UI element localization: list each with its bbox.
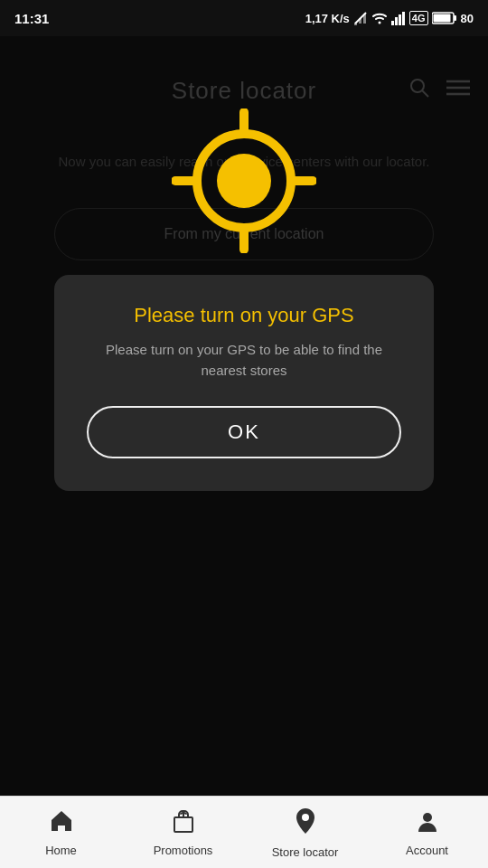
ok-button[interactable]: OK	[87, 406, 401, 458]
svg-rect-7	[399, 14, 401, 25]
svg-point-4	[378, 22, 380, 24]
nav-promotions-label: Promotions	[154, 844, 213, 857]
battery-level: 80	[461, 12, 474, 25]
svg-point-26	[423, 813, 432, 822]
svg-rect-1	[354, 23, 357, 25]
promotions-icon	[171, 808, 196, 840]
svg-rect-8	[402, 12, 405, 25]
status-bar: 11:31 1,17 K/s 4G 80	[0, 0, 488, 36]
nav-account-label: Account	[406, 844, 448, 857]
gps-icon	[172, 108, 316, 253]
nav-home[interactable]: Home	[0, 808, 122, 857]
svg-rect-2	[359, 18, 361, 24]
network-type: 4G	[409, 11, 428, 25]
nav-promotions[interactable]: Promotions	[122, 808, 244, 857]
modal-title: Please turn on your GPS	[134, 304, 353, 327]
bottom-nav: Home Promotions Store locator	[0, 796, 488, 868]
nav-home-label: Home	[45, 844, 77, 857]
account-icon	[415, 808, 440, 840]
svg-rect-10	[454, 15, 456, 21]
status-right: 1,17 K/s 4G 80	[305, 11, 474, 25]
modal-dialog: Please turn on your GPS Please turn on y…	[54, 275, 434, 491]
svg-point-18	[217, 154, 271, 208]
store-locator-icon	[293, 807, 318, 842]
svg-point-25	[302, 814, 309, 821]
svg-rect-11	[433, 14, 450, 23]
no-signal-icon	[353, 11, 368, 25]
signal-bars-icon	[391, 11, 406, 25]
svg-rect-23	[174, 817, 192, 832]
battery-icon	[432, 11, 457, 25]
home-icon	[49, 808, 74, 840]
svg-rect-5	[391, 21, 394, 25]
time: 11:31	[14, 11, 49, 26]
gps-icon-container	[172, 108, 316, 257]
nav-store-locator[interactable]: Store locator	[244, 807, 366, 859]
modal-subtitle: Please turn on your GPS to be able to fi…	[87, 340, 401, 381]
nav-store-locator-label: Store locator	[272, 845, 339, 859]
svg-rect-6	[395, 17, 398, 25]
wifi-icon	[371, 11, 388, 25]
speed: 1,17 K/s	[305, 12, 350, 25]
modal-overlay: Please turn on your GPS Please turn on y…	[0, 36, 488, 796]
svg-rect-3	[363, 14, 366, 24]
nav-account[interactable]: Account	[366, 808, 488, 857]
